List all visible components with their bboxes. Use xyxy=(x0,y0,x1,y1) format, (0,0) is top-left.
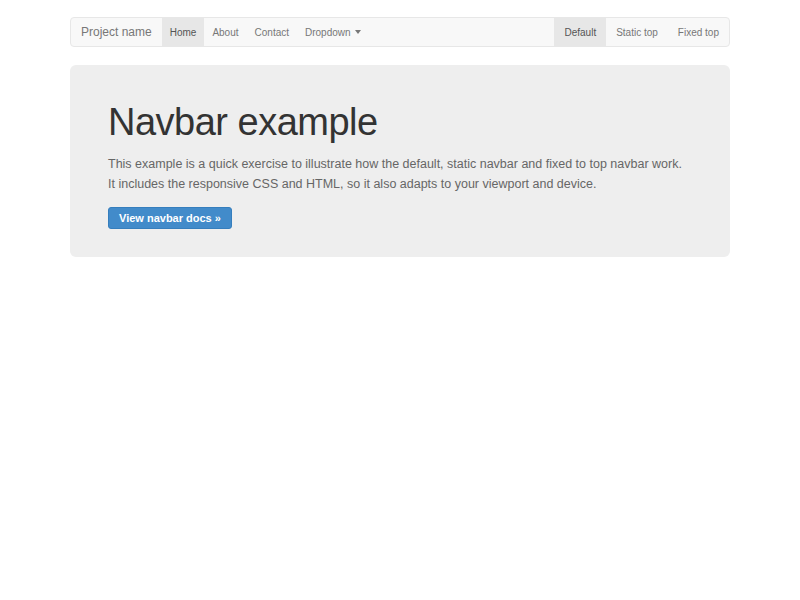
nav-item-dropdown-label: Dropdown xyxy=(305,27,351,38)
nav-item-static-top[interactable]: Static top xyxy=(606,18,668,46)
nav-item-home[interactable]: Home xyxy=(162,18,205,46)
navbar-right-nav: Default Static top Fixed top xyxy=(554,18,729,46)
nav-item-about[interactable]: About xyxy=(204,18,246,46)
caret-down-icon xyxy=(355,30,361,34)
nav-item-dropdown[interactable]: Dropdown xyxy=(297,18,369,46)
navbar-brand[interactable]: Project name xyxy=(71,18,162,46)
page-container: Project name Home About Contact Dropdown… xyxy=(70,17,730,257)
nav-item-fixed-top[interactable]: Fixed top xyxy=(668,18,729,46)
page-title: Navbar example xyxy=(108,101,692,144)
top-navbar: Project name Home About Contact Dropdown… xyxy=(70,17,730,47)
jumbotron: Navbar example This example is a quick e… xyxy=(70,65,730,257)
nav-item-contact[interactable]: Contact xyxy=(247,18,297,46)
view-navbar-docs-button[interactable]: View navbar docs » xyxy=(108,207,232,229)
jumbotron-description: This example is a quick exercise to illu… xyxy=(108,154,692,194)
navbar-left-nav: Home About Contact Dropdown xyxy=(162,18,369,46)
nav-item-default[interactable]: Default xyxy=(554,18,606,46)
